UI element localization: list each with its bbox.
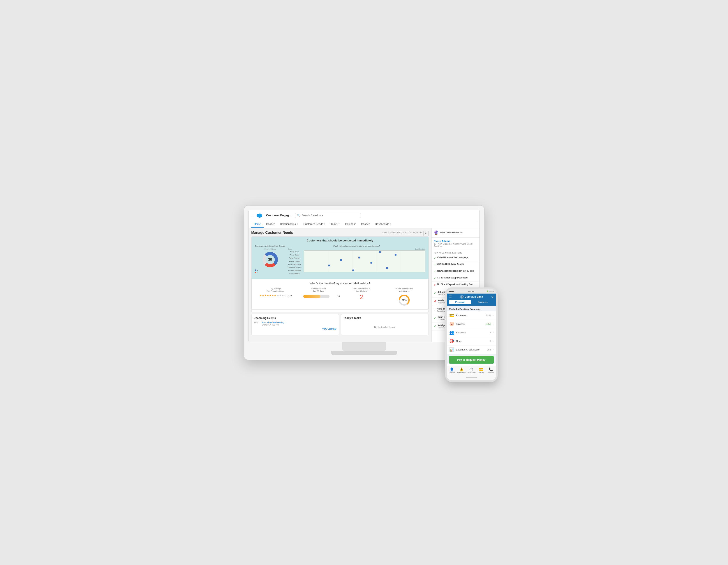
accounts-label: Accounts: [456, 331, 488, 334]
billpay-nav-icon: 💳: [479, 367, 483, 371]
metric-bob-label: % BoB contacted inlast 30 days: [383, 288, 426, 293]
nav-relationships[interactable]: Relationships ▼: [277, 221, 301, 228]
donut-legend: 0 1: [255, 269, 286, 274]
svg-rect-5: [395, 254, 396, 255]
health-metrics: My AverageNet Promoter Score ★★★★★★★ ★★★…: [254, 288, 426, 307]
page-title: Manage Customer Needs: [251, 231, 293, 235]
phone-bottom-nav: 👤 Accounts ⚠️ Notifications ⏱️ Credit Sc…: [447, 366, 496, 375]
nav-calendar[interactable]: Calendar: [342, 221, 358, 228]
metric-cases: Service cases inlast 30 days 10: [297, 288, 340, 299]
accounts-value: 7: [490, 331, 491, 334]
view-calendar-link[interactable]: View Calendar: [254, 328, 337, 330]
credit-icon: 📊: [449, 347, 454, 352]
sf-header: ⠿ Customer Engagem... 🔍 Home Chatter Rel…: [249, 210, 479, 228]
contact-check-icon: ✓: [434, 316, 436, 320]
home-bar[interactable]: [466, 377, 477, 378]
nav-dashboards[interactable]: Dashboards ▼: [372, 221, 394, 228]
phone-row-expenses[interactable]: 💳 Expenses 51% ›: [447, 311, 496, 320]
phone-app-bar: ☰ 🏦 Cumulus Bank ↻: [447, 294, 496, 300]
events-title: Upcoming Events: [254, 317, 337, 320]
chevron-right-icon: ›: [493, 322, 494, 326]
tab-business[interactable]: Business: [472, 300, 494, 304]
phone-refresh-icon[interactable]: ↻: [491, 295, 494, 299]
event-name[interactable]: Annual review Meeting: [262, 321, 284, 324]
search-input[interactable]: [302, 214, 359, 217]
phone-home-indicator: [447, 375, 496, 380]
monitor-stand: [342, 342, 386, 351]
donut-chart: 30: [261, 251, 279, 268]
tab-personal[interactable]: Personal: [449, 300, 471, 304]
goals-label: Goals: [456, 340, 488, 342]
data-updated-text: Data updated: Mar 13, 2017 at 11:48 AM: [383, 231, 422, 234]
pay-request-button[interactable]: Pay or Request Money: [449, 356, 494, 364]
phone: ●●●●● ▾ 9:41 AM 🔋 100% ☰ 🏦 Cumulus Bank: [445, 287, 498, 382]
einstein-person-sub: 92 · New Customer Need! Private Client S…: [434, 243, 477, 248]
phone-row-goals[interactable]: 🎯 Goals 1 ›: [447, 337, 496, 345]
credit-value: 754: [487, 348, 491, 351]
goals-icon: 🎯: [449, 339, 454, 343]
phone-row-credit[interactable]: 📊 Experian Credit Score 754 ›: [447, 345, 496, 354]
legend-dot-0: [255, 269, 256, 271]
search-bar[interactable]: 🔍: [295, 213, 361, 218]
phone-menu-icon[interactable]: ☰: [449, 295, 452, 299]
event-date: 3/27/2017 4:30 PM: [262, 324, 284, 326]
event-time: Now: [254, 321, 260, 326]
einstein-person: Claire Adams 92 · New Customer Need! Pri…: [432, 238, 479, 250]
chevron-icon: ▼: [338, 223, 340, 225]
progress-bar-container: [303, 295, 330, 298]
nav-chatter-2[interactable]: Chatter: [358, 221, 372, 228]
chevron-right-icon: ›: [493, 340, 494, 343]
contact-circle-icon: ○: [434, 308, 435, 311]
escalation-value: 2: [340, 294, 383, 301]
pred-text-2: >$2.0m Held Away Assets: [437, 263, 464, 266]
nav-bar: Home Chatter Relationships ▼ Customer Ne…: [251, 221, 477, 228]
svg-rect-8: [370, 262, 372, 263]
chevron-right-icon: ›: [493, 331, 494, 334]
pred-factor-1: ✓ Visited Private Client web page: [432, 255, 479, 262]
tasks-panel: Today's Tasks No tasks due today.: [341, 314, 429, 335]
scatter-col1: Goals: [288, 248, 292, 250]
nav-billpay-label: Bill Pay: [479, 372, 484, 373]
events-panel: Upcoming Events Now Annual review Meetin…: [251, 314, 339, 335]
phone-nav-billpay[interactable]: 💳 Bill Pay: [476, 367, 486, 373]
svg-rect-9: [328, 264, 330, 266]
predictive-header: TOP PREDICTIVE FACTORS: [432, 250, 479, 255]
nav-tasks[interactable]: Tasks ▼: [328, 221, 343, 228]
expenses-value: 51%: [486, 314, 491, 317]
phone-nav-notifications[interactable]: ⚠️ Notifications: [457, 367, 466, 373]
metric-escalations: Tier 3 Escalations inlast 90 days 2: [340, 288, 383, 301]
phone-row-savings[interactable]: 🐷 Savings +$50 ›: [447, 320, 496, 328]
phone-signal: ●●●●● ▾: [449, 290, 456, 292]
pred-positive-icon: ✓: [434, 256, 436, 260]
health-section: What's the health of my customer relatio…: [252, 279, 428, 310]
savings-icon: 🐷: [449, 322, 454, 326]
chart-section: Customers that should be contacted immed…: [251, 236, 429, 312]
cumulus-logo: 🏦: [460, 295, 464, 299]
app-name[interactable]: Customer Engagem...: [266, 214, 293, 217]
einstein-title: EINSTEIN INSIGHTS: [440, 231, 463, 234]
donut-chart-area: Customers with fewer than 2 goals Count …: [255, 245, 286, 276]
nav-customer-needs[interactable]: Customer Needs ▼: [301, 221, 328, 228]
einstein-person-name[interactable]: Claire Adams: [434, 240, 477, 243]
notifications-nav-icon: ⚠️: [459, 367, 464, 371]
pred-factor-3: ✓ New account opening in last 30 days: [432, 268, 479, 275]
nav-home[interactable]: Home: [251, 221, 264, 228]
nav-chatter-1[interactable]: Chatter: [264, 221, 277, 228]
phone-row-accounts[interactable]: 👥 Accounts 7 ›: [447, 328, 496, 337]
donut-subtitle: Count of Rows: [255, 248, 286, 250]
phone-screen: Rachel's Banking Summary 💳 Expenses 51% …: [447, 306, 496, 364]
chart-title: Customers that should be contacted immed…: [254, 239, 426, 242]
refresh-button[interactable]: ↻: [423, 231, 429, 236]
app-grid-icon[interactable]: ⠿: [251, 213, 254, 217]
phone-battery-pct: 100%: [489, 290, 494, 292]
phone-nav-credit[interactable]: ⏱️ Credit Score: [466, 367, 476, 373]
expenses-label: Expenses: [456, 314, 485, 317]
metric-bob: % BoB contacted inlast 30 days 66%: [383, 288, 426, 307]
credit-nav-icon: ⏱️: [469, 367, 473, 371]
donut-value: 30: [268, 258, 272, 262]
phone-wrapper: ●●●●● ▾ 9:41 AM 🔋 100% ☰ 🏦 Cumulus Bank: [445, 287, 498, 382]
svg-rect-10: [386, 267, 388, 269]
phone-nav-contact[interactable]: 📞 Contact: [486, 367, 496, 373]
pred-text-5: No Direct Deposit on Checking Acct: [437, 283, 473, 286]
phone-nav-accounts[interactable]: 👤 Accounts: [447, 367, 457, 373]
